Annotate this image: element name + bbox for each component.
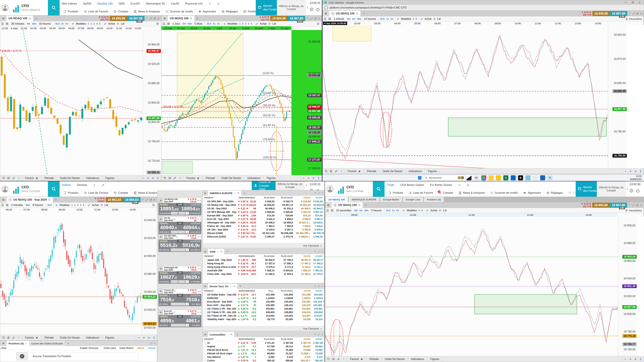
watchlist-row[interactable]: ⋮Cuivre▼ 0,19 %8,1400,42406,86404,19 ▼40… <box>203 359 324 362</box>
autoscale-icon[interactable] <box>317 177 320 179</box>
trade-icon[interactable] <box>256 23 258 25</box>
row-handle[interactable]: ⋮ <box>203 262 207 265</box>
tile-close-icon[interactable] <box>199 199 201 201</box>
layout-num-8[interactable]: 8 <box>416 18 417 20</box>
price-scale[interactable]: 18 940,0018 920,0018 900,0018 880,0018 8… <box>141 211 157 335</box>
show-account-summary-button[interactable]: Afficher le Récap. du Compte <box>277 0 306 16</box>
zoom-in-icon[interactable] <box>629 170 632 173</box>
sort-icon[interactable] <box>340 170 343 173</box>
buy-value[interactable]: 75,095 <box>312 348 324 351</box>
sell-value[interactable]: 17 487,2 <box>294 262 312 265</box>
tile-search-icon[interactable] <box>173 311 175 313</box>
taskbar-app-chart-app[interactable] <box>496 175 501 180</box>
depth-icon[interactable] <box>314 192 316 194</box>
sell-value[interactable]: 101,598 <box>294 293 312 296</box>
price-scale[interactable]: 21 000,0020 000,0019 000,0018 000,0017 0… <box>292 30 322 175</box>
draw-icon[interactable] <box>12 177 15 179</box>
timeframe-button[interactable]: 10 secondes <box>335 209 352 212</box>
close-icon[interactable] <box>321 192 323 194</box>
sell-button[interactable]: 4859,5 <box>160 318 174 323</box>
quick-timeframe-15m[interactable]: 15m <box>188 23 192 25</box>
tool-figures[interactable]: Figures <box>102 335 118 340</box>
sell-price-button[interactable]: 18 851,63 <box>106 197 123 202</box>
taskbar-app-settings-gear[interactable] <box>474 175 479 180</box>
watchlist-row[interactable]: ⋮France 40 - Sep 2024▼ 0,54 %41,37 494,3… <box>203 224 324 228</box>
taskbar-app-brave-b[interactable]: B <box>518 175 523 180</box>
tool-indicateurs[interactable]: Indicateurs <box>244 175 264 181</box>
clear-icon[interactable] <box>168 177 171 179</box>
buy-value[interactable]: 36 947,5 <box>312 259 324 261</box>
clear-icon[interactable] <box>332 358 335 360</box>
fullscreen-icon[interactable] <box>310 17 313 20</box>
clear-icon[interactable] <box>7 177 10 179</box>
panel-menu-button[interactable] <box>203 283 208 289</box>
qty-dropdown[interactable]: ˅ <box>186 248 189 251</box>
page-tab-europe-luxe[interactable]: Europe-Luxe <box>403 197 424 202</box>
close-icon[interactable] <box>321 285 323 287</box>
undo-icon[interactable] <box>2 177 5 179</box>
logout-icon[interactable] <box>636 189 640 193</box>
range-3J[interactable]: 3J <box>61 23 64 25</box>
range-1S[interactable]: 1S <box>396 209 399 212</box>
symbol-search-icon[interactable] <box>190 17 192 20</box>
tool-figures[interactable]: Figures <box>264 175 279 181</box>
achat-toggle[interactable]: Achat <box>92 204 99 207</box>
tool-p-riode[interactable]: Période <box>364 168 379 174</box>
row-handle[interactable]: ⋮ <box>203 352 207 355</box>
span-button[interactable]: 5 Mois <box>194 22 203 25</box>
plot-canvas[interactable] <box>0 211 141 335</box>
trade-icon[interactable] <box>420 18 423 20</box>
collapse-chevron[interactable] <box>626 187 629 191</box>
tool-figures[interactable]: Figures <box>102 175 118 181</box>
page-tab-us-ndaq-100[interactable]: US NDAQ 100 <box>325 197 348 202</box>
buy-button[interactable]: 18629,0 <box>183 274 200 280</box>
chart-tab[interactable]: 2US NDAQ 100 <box>329 11 360 17</box>
timeframe-button[interactable]: 5 minutes <box>10 204 24 207</box>
buy-value[interactable]: 126,365 ▲ <box>312 304 324 306</box>
sell-value[interactable]: 18 851,63 <box>294 204 312 206</box>
row-handle[interactable]: ⋮ <box>203 214 207 217</box>
sell-button[interactable]: 18627,0 <box>160 274 177 280</box>
watchlist-row[interactable]: ⋮US T-Note 10 YR - Déc 2024▲ 0,1 %12,511… <box>203 314 324 317</box>
watchlist-row[interactable]: ⋮US NDAQ 100 - Sep 2024▼ 0,74 %140,6218 … <box>203 203 324 207</box>
row-handle[interactable]: ⋮ <box>203 204 207 206</box>
watchlist-row[interactable]: ⋮Japon 225 - Sep 2024▼ 1,82 %68536 842,5… <box>203 258 324 262</box>
tool-indicateurs[interactable]: Indicateurs <box>408 356 427 362</box>
buy-value[interactable]: 1,10519 <box>312 297 324 299</box>
achat-toggle[interactable]: Achat <box>108 22 115 25</box>
tile-menu-button[interactable] <box>158 217 163 222</box>
taskbar-app-mail-app[interactable] <box>540 175 545 180</box>
tile-drag-icon[interactable] <box>197 268 199 270</box>
watchlist-row[interactable]: ⋮Hong Kong Chine H-shares -...▼ 0,52 %32… <box>203 265 324 269</box>
qty-dropdown[interactable]: ˅ <box>186 231 189 233</box>
depth-icon[interactable] <box>314 333 316 336</box>
layout-num-4[interactable]: 4 <box>248 23 249 25</box>
logout-icon[interactable] <box>316 7 320 12</box>
depth-icon[interactable] <box>628 12 631 15</box>
link-icon[interactable] <box>433 18 436 20</box>
depth-icon[interactable] <box>142 198 144 201</box>
templates-button[interactable]: Modèles <box>76 22 86 25</box>
chart-tab[interactable]: 1US NDAQ 100 - Sep 2024 <box>6 197 53 203</box>
taskbar-app-search-app[interactable] <box>548 175 552 180</box>
watchlist-row[interactable]: ⋮US SPX Midcap 400 - Sep ...▼ 0,43 %13,2… <box>203 210 324 214</box>
fullscreen-icon[interactable] <box>150 17 152 20</box>
view-mode-footer[interactable]: Vue Classique▲ <box>203 326 324 331</box>
page-tab-amerique-europe[interactable]: AMERIQUE-EUROPE <box>348 197 380 202</box>
row-handle[interactable]: ⋮ <box>203 273 207 275</box>
info-icon[interactable] <box>310 7 314 12</box>
tile-menu-button[interactable] <box>158 289 163 294</box>
row-handle[interactable]: ⋮ <box>203 232 207 234</box>
buy-value[interactable]: 18 629,0 <box>312 221 324 224</box>
menu-item-compte[interactable]: Compte <box>111 189 131 197</box>
layout-icon[interactable] <box>326 209 329 212</box>
chart-menu-button[interactable] <box>325 202 332 208</box>
depth-icon[interactable] <box>314 250 316 253</box>
templates-icon[interactable] <box>55 204 58 206</box>
sell-value[interactable]: 28,037 <box>294 345 312 348</box>
annotation-box[interactable] <box>474 295 577 314</box>
row-handle[interactable]: ⋮ <box>203 235 207 238</box>
tool-favoris[interactable]: Favoris <box>184 175 203 181</box>
watchlist-row[interactable]: ⋮Gaz Naturel▲ 0,47 %12,0822,1252,1122,11… <box>203 355 324 359</box>
row-handle[interactable]: ⋮ <box>203 356 207 358</box>
